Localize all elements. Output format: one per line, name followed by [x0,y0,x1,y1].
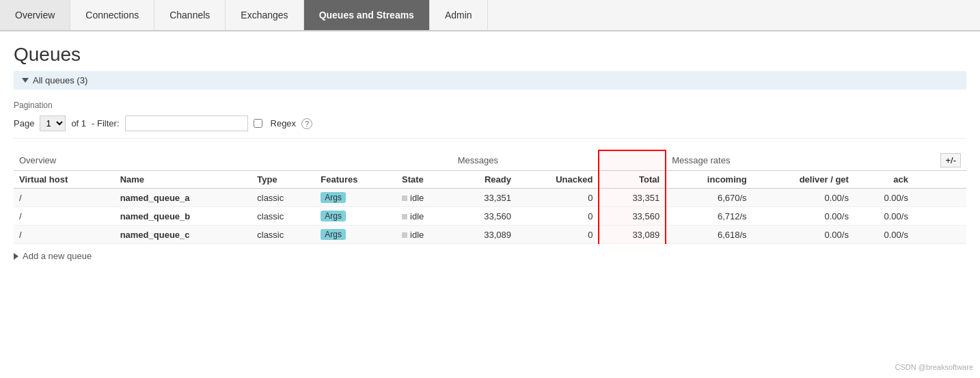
col-ack: ack [854,171,914,189]
col-unacked: Unacked [517,171,599,189]
plus-minus-button[interactable]: +/- [914,150,966,171]
col-name: Name [115,171,252,189]
cell-total: 33,089 [599,226,666,244]
cell-virtual-host: / [14,226,115,244]
cell-type: classic [251,226,315,244]
table-row[interactable]: / named_queue_c classic Args idle 33,089… [14,226,966,244]
col-features: Features [315,171,396,189]
col-type: Type [251,171,315,189]
cell-deliver-get: 0.00/s [752,189,854,207]
cell-extra [914,226,966,244]
of-label: of 1 [71,118,86,129]
cell-ack: 0.00/s [854,226,914,244]
table-row[interactable]: / named_queue_a classic Args idle 33,351… [14,189,966,207]
cell-deliver-get: 0.00/s [752,226,854,244]
cell-virtual-host: / [14,189,115,207]
col-state: State [396,171,452,189]
cell-features: Args [315,189,396,207]
col-incoming: incoming [666,171,752,189]
group-overview: Overview [14,150,452,171]
cell-ack: 0.00/s [854,189,914,207]
all-queues-label: All queues (3) [33,75,87,85]
cell-total: 33,351 [599,189,666,207]
nav-connections[interactable]: Connections [70,0,154,30]
cell-state: idle [396,226,452,244]
cell-name[interactable]: named_queue_b [115,207,252,226]
col-total: Total [599,171,666,189]
cell-virtual-host: / [14,207,115,226]
cell-deliver-get: 0.00/s [752,207,854,226]
cell-ready: 33,351 [452,189,517,207]
queues-table: Overview Messages Message rates +/- Virt… [14,150,966,244]
collapse-icon [22,78,29,83]
cell-name[interactable]: named_queue_c [115,226,252,244]
group-total-spacer [599,150,666,171]
plus-minus-btn[interactable]: +/- [940,153,961,167]
cell-type: classic [251,189,315,207]
add-queue-label: Add a new queue [23,251,92,261]
regex-label: Regex [271,118,297,129]
table-row[interactable]: / named_queue_b classic Args idle 33,560… [14,207,966,226]
cell-ack: 0.00/s [854,207,914,226]
cell-ready: 33,089 [452,226,517,244]
nav-overview[interactable]: Overview [0,0,70,30]
cell-unacked: 0 [517,226,599,244]
cell-features: Args [315,207,396,226]
cell-incoming: 6,670/s [666,189,752,207]
filter-input[interactable] [125,116,248,131]
nav-exchanges[interactable]: Exchanges [226,0,303,30]
cell-incoming: 6,712/s [666,207,752,226]
page-title: Queues [14,44,966,66]
filter-label: - Filter: [92,118,119,129]
group-messages: Messages [452,150,599,171]
nav-channels[interactable]: Channels [154,0,226,30]
all-queues-bar[interactable]: All queues (3) [14,71,966,90]
regex-checkbox[interactable] [254,119,262,128]
nav-queues-and-streams[interactable]: Queues and Streams [304,0,430,30]
page-select[interactable]: 1 [40,116,66,131]
cell-name[interactable]: named_queue_a [115,189,252,207]
cell-extra [914,189,966,207]
regex-help-icon[interactable]: ? [301,118,312,129]
cell-total: 33,560 [599,207,666,226]
col-deliver-get: deliver / get [752,171,854,189]
add-queue-row[interactable]: Add a new queue [14,251,966,261]
pagination-row: Page 1 of 1 - Filter: Regex ? [14,116,966,131]
navbar: Overview Connections Channels Exchanges … [0,0,980,31]
col-extra [914,171,966,189]
nav-admin[interactable]: Admin [430,0,488,30]
expand-icon [14,253,18,260]
col-ready: Ready [452,171,517,189]
page-label: Page [14,118,34,129]
pagination-label: Pagination [14,100,966,110]
cell-features: Args [315,226,396,244]
cell-unacked: 0 [517,207,599,226]
cell-unacked: 0 [517,189,599,207]
col-virtual-host: Virtual host [14,171,115,189]
cell-state: idle [396,207,452,226]
cell-incoming: 6,618/s [666,226,752,244]
cell-type: classic [251,207,315,226]
cell-extra [914,207,966,226]
col-header-row: Virtual host Name Type Features State Re… [14,171,966,189]
group-message-rates: Message rates [666,150,914,171]
pagination-section: Pagination Page 1 of 1 - Filter: Regex ? [14,100,966,139]
main-content: Queues All queues (3) Pagination Page 1 … [0,31,980,273]
cell-ready: 33,560 [452,207,517,226]
group-header-row: Overview Messages Message rates +/- [14,150,966,171]
cell-state: idle [396,189,452,207]
